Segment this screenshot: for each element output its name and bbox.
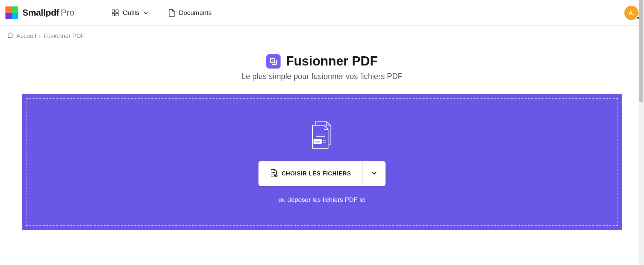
nav-tools[interactable]: Outils <box>112 9 148 17</box>
logo-mark-icon <box>5 6 18 19</box>
file-add-icon <box>270 169 278 178</box>
page-subtitle: Le plus simple pour fusionner vos fichie… <box>0 72 644 81</box>
brand-tier: Pro <box>61 7 74 18</box>
dropzone-inner: PDF CHOISIR LES FI <box>26 98 618 226</box>
breadcrumb-home[interactable]: Accueil <box>16 33 36 40</box>
chevron-down-icon <box>371 171 377 176</box>
main-nav: Outils Documents <box>112 9 212 17</box>
dropzone-hint: ou déposer les fichiers PDF ici <box>279 196 366 204</box>
brand-text: Smallpdf Pro <box>22 7 74 18</box>
merge-tool-icon <box>266 54 281 69</box>
chevron-down-icon <box>143 9 148 17</box>
document-icon <box>168 9 175 17</box>
scrollbar[interactable] <box>639 0 644 230</box>
page-header: Fusionner PDF Le plus simple pour fusion… <box>0 54 644 81</box>
nav-documents-label: Documents <box>179 9 212 17</box>
nav-tools-label: Outils <box>123 9 139 17</box>
breadcrumb-current: Fusionner PDF <box>43 33 85 40</box>
page-title: Fusionner PDF <box>286 54 378 69</box>
breadcrumb: Accueil › Fusionner PDF <box>0 26 644 46</box>
logo[interactable]: Smallpdf Pro <box>5 6 74 19</box>
nav-documents[interactable]: Documents <box>168 9 212 17</box>
avatar-initials: A. <box>629 10 634 16</box>
choose-files-button[interactable]: CHOISIR LES FICHIERS <box>258 161 363 186</box>
breadcrumb-separator: › <box>39 33 41 40</box>
dropzone[interactable]: PDF CHOISIR LES FI <box>22 94 622 230</box>
svg-rect-1 <box>116 10 118 12</box>
user-menu[interactable]: A. <box>624 6 639 20</box>
svg-rect-3 <box>116 14 118 16</box>
choose-files-dropdown-button[interactable] <box>362 161 386 186</box>
grid-icon <box>112 10 119 16</box>
svg-rect-0 <box>112 10 114 12</box>
choose-files-button-group: CHOISIR LES FICHIERS <box>258 161 386 186</box>
svg-rect-2 <box>112 14 114 16</box>
brand-name: Smallpdf <box>22 7 59 18</box>
header: Smallpdf Pro Outils <box>0 0 644 26</box>
scrollbar-thumb[interactable] <box>639 0 643 102</box>
svg-text:PDF: PDF <box>315 140 320 143</box>
choose-files-label: CHOISIR LES FICHIERS <box>282 170 351 177</box>
pdf-stack-icon: PDF <box>308 120 336 152</box>
home-icon <box>7 32 14 40</box>
